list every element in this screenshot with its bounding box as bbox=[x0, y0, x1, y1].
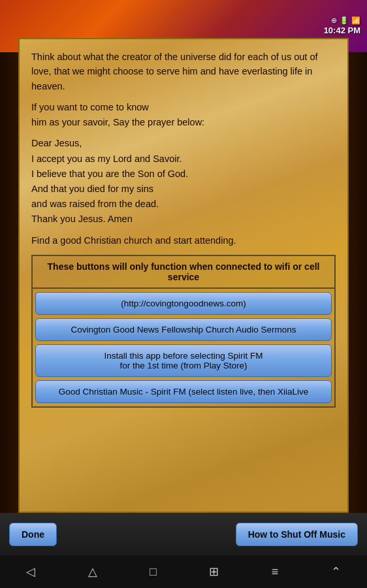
prayer-line4: and was raised from the dead. bbox=[31, 197, 336, 212]
prayer-line2: I believe that you are the Son of God. bbox=[31, 167, 336, 182]
status-bar: ⊕ 🔋 📶 10:42 PM bbox=[317, 0, 367, 38]
spirit-fm-install-button[interactable]: Install this app before selecting Spirit… bbox=[35, 344, 332, 377]
prayer-line1: I accept you as my Lord and Savoir. bbox=[31, 152, 336, 167]
clock: 10:42 PM bbox=[324, 25, 360, 35]
mic-button[interactable]: ⌃ bbox=[331, 564, 341, 579]
recent-apps-button[interactable]: □ bbox=[150, 565, 157, 579]
website-button[interactable]: (http://covingtongoodnews.com) bbox=[35, 292, 332, 315]
signal-icon: ⊕ bbox=[331, 16, 337, 25]
prayer-line3: And that you died for my sins bbox=[31, 182, 336, 197]
prayer-line5: Thank you Jesus. Amen bbox=[31, 212, 336, 227]
done-button[interactable]: Done bbox=[9, 523, 57, 546]
bottom-action-bar: Done How to Shut Off Music bbox=[0, 513, 367, 555]
paragraph-creator: Think about what the creator of the univ… bbox=[31, 50, 336, 93]
buttons-section: These buttons will only function when co… bbox=[31, 255, 336, 408]
parchment-area: Think about what the creator of the univ… bbox=[18, 38, 349, 513]
paragraph-church: Find a good Christian church and start a… bbox=[31, 233, 336, 248]
wifi-icon: 📶 bbox=[351, 16, 360, 25]
home-button[interactable]: △ bbox=[88, 564, 97, 579]
paragraph-savoir: If you want to come to know him as your … bbox=[31, 100, 336, 129]
shutoff-music-button[interactable]: How to Shut Off Music bbox=[236, 523, 358, 546]
menu-button[interactable]: ≡ bbox=[272, 565, 279, 579]
sermons-button[interactable]: Covington Good News Fellowship Church Au… bbox=[35, 318, 332, 341]
android-nav-bar: ◁ △ □ ⊞ ≡ ⌃ bbox=[0, 555, 367, 588]
wifi-notice: These buttons will only function when co… bbox=[33, 256, 334, 289]
status-icons: ⊕ 🔋 📶 bbox=[331, 16, 360, 25]
savoir-line1: If you want to come to know bbox=[31, 102, 149, 112]
prayer-intro: Dear Jesus, bbox=[31, 136, 336, 151]
back-button[interactable]: ◁ bbox=[26, 564, 35, 579]
grid-button[interactable]: ⊞ bbox=[209, 564, 219, 579]
christian-music-button[interactable]: Good Christian Music - Spirit FM (select… bbox=[35, 380, 332, 403]
text-content: Think about what the creator of the univ… bbox=[31, 50, 336, 248]
prayer-block: Dear Jesus, I accept you as my Lord and … bbox=[31, 136, 336, 227]
savoir-line2: him as your savoir, Say the prayer below… bbox=[31, 117, 204, 127]
battery-icon: 🔋 bbox=[340, 16, 349, 25]
